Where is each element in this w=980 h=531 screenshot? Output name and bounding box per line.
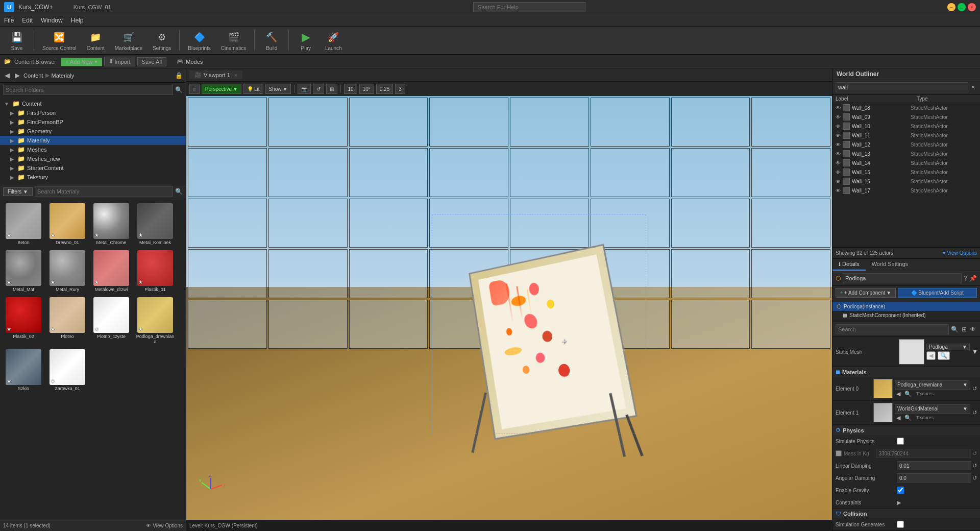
add-component-button[interactable]: + + Add Component ▼ bbox=[836, 288, 896, 298]
asset-item-podloga_drewniana[interactable]: ★ Podloga_drewniana bbox=[134, 295, 177, 346]
viewport-tab-close[interactable]: × bbox=[234, 72, 237, 78]
sm-find-btn[interactable]: 🔍 bbox=[938, 351, 950, 360]
folder-materialy[interactable]: ▶ 📁 Materialy bbox=[0, 136, 186, 145]
visibility-icon[interactable]: 👁 bbox=[836, 114, 841, 120]
toolbar-cinematics-button[interactable]: 🎬 Cinematics bbox=[217, 28, 250, 53]
toolbar-content-button[interactable]: 📁 Content bbox=[83, 28, 109, 53]
details-search-input[interactable] bbox=[836, 324, 949, 334]
collision-header[interactable]: 🛡 Collision bbox=[832, 509, 980, 518]
title-search-input[interactable] bbox=[473, 2, 585, 12]
lock-button[interactable]: 🔒 bbox=[175, 72, 183, 79]
toolbar-marketplace-button[interactable]: 🛒 Marketplace bbox=[111, 28, 146, 53]
enable-gravity-checkbox[interactable] bbox=[897, 487, 904, 494]
mass-value-input[interactable] bbox=[876, 449, 971, 458]
scale-display[interactable]: 0.25 bbox=[376, 84, 393, 94]
visibility-icon[interactable]: 👁 bbox=[836, 142, 841, 148]
constraints-expand[interactable]: ▶ bbox=[897, 499, 901, 506]
visibility-icon[interactable]: 👁 bbox=[836, 188, 841, 194]
sm-back-btn[interactable]: ◀ bbox=[926, 351, 936, 360]
folder-meshes[interactable]: ▶ 📁 Meshes bbox=[0, 145, 186, 154]
outliner-row[interactable]: 👁 Wall_17 StaticMeshActor bbox=[832, 186, 980, 195]
tab-world-settings[interactable]: World Settings bbox=[866, 259, 914, 271]
element0-find-btn[interactable]: 🔍 bbox=[903, 391, 913, 397]
asset-item-metal_chrome[interactable]: ★ Metal_Chrome bbox=[90, 201, 133, 247]
asset-search-icon[interactable]: 🔍 bbox=[175, 188, 183, 195]
outliner-row[interactable]: 👁 Wall_10 StaticMeshActor bbox=[832, 122, 980, 131]
menu-window[interactable]: Window bbox=[41, 17, 63, 24]
nav-forward-button[interactable]: ▶ bbox=[13, 71, 21, 79]
folder-startercontent[interactable]: ▶ 📁 StarterContent bbox=[0, 163, 186, 173]
outliner-row[interactable]: 👁 Wall_14 StaticMeshActor bbox=[832, 158, 980, 167]
outliner-row[interactable]: 👁 Wall_09 StaticMeshActor bbox=[832, 112, 980, 122]
toolbar-source-control-button[interactable]: 🔀 Source Control bbox=[38, 28, 81, 53]
outliner-row[interactable]: 👁 Wall_11 StaticMeshActor bbox=[832, 131, 980, 140]
toolbar-play-button[interactable]: ▶ Play bbox=[293, 28, 318, 53]
import-button[interactable]: ⬇ Import bbox=[104, 57, 135, 66]
toolbar-blueprints-button[interactable]: 🔷 Blueprints bbox=[184, 28, 214, 53]
grid-size-display[interactable]: 10 bbox=[344, 84, 357, 94]
add-new-button[interactable]: + Add New ▼ bbox=[61, 58, 102, 66]
asset-item-zarowka01[interactable]: ★ Zarowka_01 bbox=[46, 347, 89, 393]
folder-geometry[interactable]: ▶ 📁 Geometry bbox=[0, 127, 186, 136]
visibility-icon[interactable]: 👁 bbox=[836, 170, 841, 175]
element1-back-btn[interactable]: ◀ bbox=[895, 415, 902, 421]
visibility-icon[interactable]: 👁 bbox=[836, 179, 841, 184]
folder-search-input[interactable] bbox=[3, 85, 173, 95]
minimize-button[interactable]: − bbox=[947, 3, 955, 11]
angular-damping-input[interactable] bbox=[897, 473, 971, 482]
outliner-row[interactable]: 👁 Wall_08 StaticMeshActor bbox=[832, 103, 980, 112]
materials-header[interactable]: ◼ Materials bbox=[832, 367, 980, 377]
visibility-icon[interactable]: 👁 bbox=[836, 160, 841, 166]
angular-damping-reset-btn[interactable]: ↺ bbox=[972, 475, 977, 481]
toolbar-settings-button[interactable]: ⚙ Settings bbox=[149, 28, 175, 53]
nav-back-button[interactable]: ◀ bbox=[3, 71, 11, 79]
viewport-options-button[interactable]: ≡ bbox=[189, 84, 200, 94]
asset-item-plastik02[interactable]: ★ Plastik_02 bbox=[2, 295, 45, 346]
viewport-tab[interactable]: 🎥 Viewport 1 × bbox=[189, 70, 242, 79]
simulate-physics-checkbox[interactable] bbox=[897, 438, 904, 445]
close-button[interactable]: × bbox=[968, 3, 976, 11]
asset-search-input[interactable] bbox=[35, 186, 173, 197]
outliner-row[interactable]: 👁 Wall_12 StaticMeshActor bbox=[832, 140, 980, 149]
outliner-row[interactable]: 👁 Wall_15 StaticMeshActor bbox=[832, 167, 980, 177]
visibility-icon[interactable]: 👁 bbox=[836, 105, 841, 111]
view-options-button[interactable]: 👁 View Options bbox=[146, 523, 183, 528]
breadcrumb-content[interactable]: Content bbox=[23, 73, 43, 79]
vp-grid-btn[interactable]: ⊞ bbox=[326, 84, 337, 94]
tab-details[interactable]: ℹ Details bbox=[832, 259, 866, 271]
maximize-button[interactable]: □ bbox=[958, 3, 966, 11]
filters-button[interactable]: Filters ▼ bbox=[3, 187, 33, 196]
element0-back-btn[interactable]: ◀ bbox=[895, 391, 902, 397]
details-help-icon[interactable]: ? bbox=[964, 275, 967, 282]
toolbar-save-button[interactable]: 💾 Save bbox=[4, 28, 30, 53]
asset-item-metal_kominek[interactable]: ★ Metal_Kominek bbox=[134, 201, 177, 247]
angle-display[interactable]: 10° bbox=[359, 84, 374, 94]
folder-tekstury[interactable]: ▶ 📁 Tekstury bbox=[0, 173, 186, 182]
outliner-row[interactable]: 👁 Wall_13 StaticMeshActor bbox=[832, 149, 980, 158]
asset-item-drewno01[interactable]: ★ Drewno_01 bbox=[46, 201, 89, 247]
linear-damping-reset-btn[interactable]: ↺ bbox=[972, 463, 977, 469]
vp-camera-btn[interactable]: 📷 bbox=[298, 84, 311, 94]
vp-mode-btn[interactable]: 3 bbox=[395, 84, 405, 94]
element1-name-display[interactable]: WorldGridMaterial ▼ bbox=[895, 404, 970, 414]
element0-name-display[interactable]: Podloga_drewniana ▼ bbox=[895, 380, 970, 390]
folder-content[interactable]: ▼ 📁 Content bbox=[0, 99, 186, 108]
toolbar-build-button[interactable]: 🔨 Build bbox=[259, 28, 284, 53]
save-all-button[interactable]: Save All bbox=[137, 57, 167, 66]
outliner-view-options[interactable]: ▾ View Options bbox=[943, 250, 977, 256]
modes-label[interactable]: Modes bbox=[186, 59, 203, 65]
asset-item-plastik01[interactable]: ★ Plastik_01 bbox=[134, 248, 177, 294]
asset-item-szklo[interactable]: ★ Szklo bbox=[2, 347, 45, 393]
viewport-content[interactable]: ≡ Perspective ▼ 💡 Lit Show ▼ 📷 ↺ ⊞ 10 bbox=[186, 82, 832, 531]
details-pin-icon[interactable]: 📌 bbox=[969, 275, 977, 282]
menu-edit[interactable]: Edit bbox=[22, 17, 33, 24]
mass-kg-checkbox[interactable] bbox=[836, 450, 842, 456]
asset-item-metalowe_drzwi[interactable]: ★ Metalowe_drzwi bbox=[90, 248, 133, 294]
menu-help[interactable]: Help bbox=[71, 17, 84, 24]
simulation-generates-checkbox[interactable] bbox=[897, 521, 904, 528]
menu-file[interactable]: File bbox=[4, 17, 14, 24]
element1-reset-btn[interactable]: ↺ bbox=[972, 409, 977, 416]
asset-item-plotno_czyste[interactable]: ★ Plotno_czyste bbox=[90, 295, 133, 346]
linear-damping-input[interactable] bbox=[897, 461, 971, 470]
static-mesh-dropdown[interactable]: Podloga ▼ bbox=[926, 344, 970, 350]
